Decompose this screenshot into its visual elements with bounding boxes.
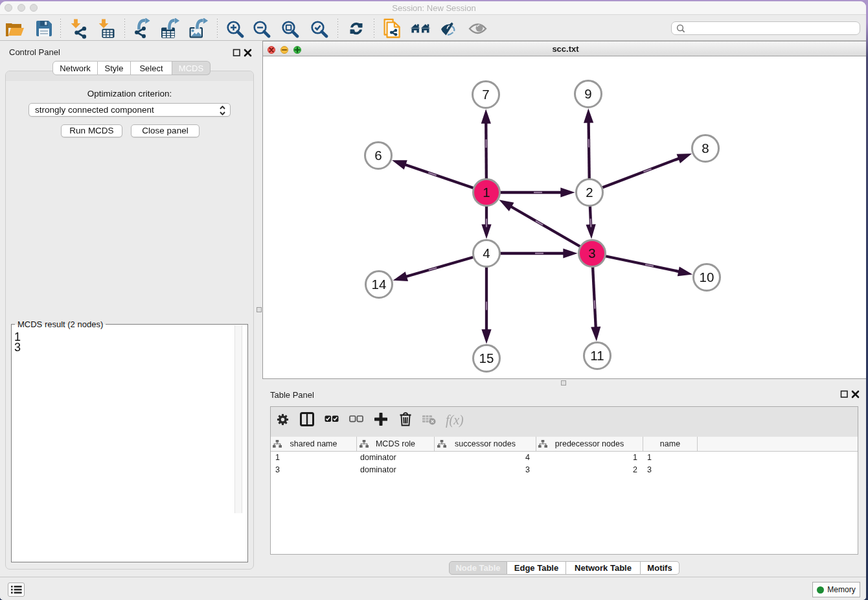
svg-text:15: 15 (479, 351, 494, 365)
svg-text:2: 2 (586, 185, 593, 200)
svg-text:1: 1 (483, 185, 490, 200)
svg-text:6: 6 (374, 148, 382, 163)
svg-text:9: 9 (584, 86, 591, 101)
svg-text:3: 3 (588, 246, 595, 260)
svg-text:10: 10 (700, 270, 714, 284)
svg-text:14: 14 (372, 277, 387, 292)
svg-text:4: 4 (483, 246, 490, 260)
svg-text:11: 11 (590, 348, 604, 363)
svg-text:8: 8 (702, 141, 709, 156)
svg-text:7: 7 (482, 87, 489, 102)
